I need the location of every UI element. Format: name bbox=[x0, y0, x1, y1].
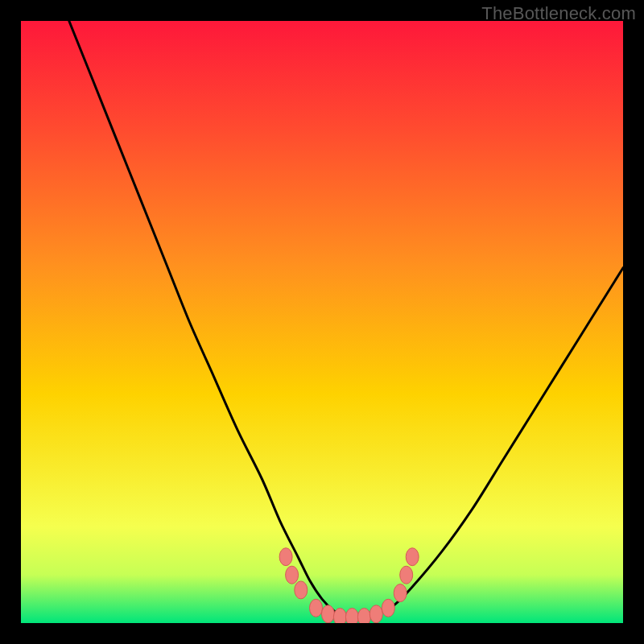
gradient-background bbox=[21, 21, 623, 623]
curve-marker bbox=[357, 609, 370, 624]
curve-marker bbox=[286, 566, 299, 584]
curve-marker bbox=[345, 609, 358, 624]
curve-marker bbox=[400, 566, 413, 584]
plot-area bbox=[21, 21, 623, 623]
curve-marker bbox=[369, 605, 382, 623]
curve-marker bbox=[333, 609, 346, 624]
curve-marker bbox=[382, 599, 394, 617]
curve-marker bbox=[295, 581, 308, 599]
curve-marker bbox=[322, 605, 335, 623]
curve-marker bbox=[279, 548, 292, 566]
watermark-text: TheBottleneck.com bbox=[481, 3, 636, 24]
bottleneck-chart-svg bbox=[21, 21, 623, 623]
curve-marker bbox=[406, 548, 419, 566]
chart-frame: TheBottleneck.com bbox=[0, 0, 644, 644]
curve-marker bbox=[310, 599, 323, 617]
curve-marker bbox=[394, 584, 407, 602]
